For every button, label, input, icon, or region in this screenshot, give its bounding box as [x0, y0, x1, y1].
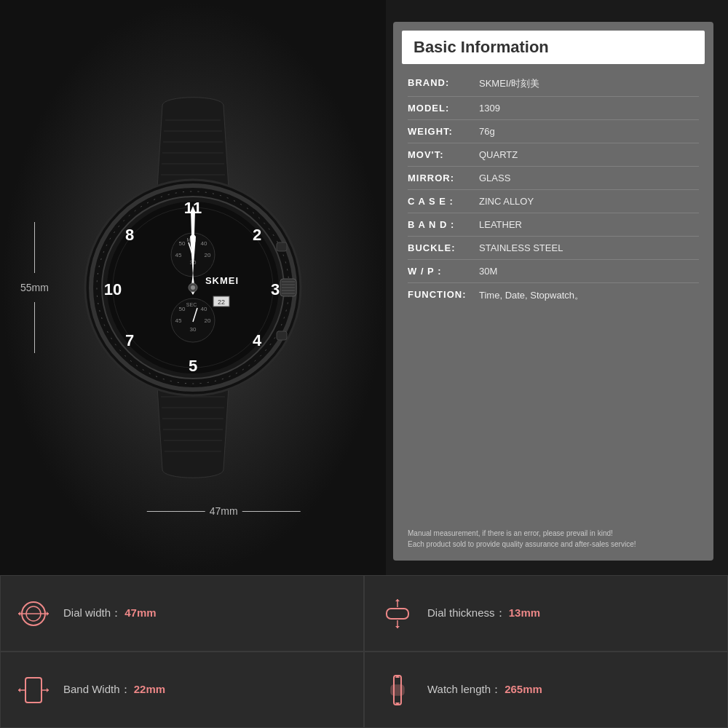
note-line2: Each product sold to provide quality ass…: [408, 539, 699, 550]
info-val: GLASS: [479, 173, 510, 183]
info-key: FUNCTION:: [408, 289, 473, 300]
svg-text:3: 3: [271, 280, 280, 298]
watch-area: 55mm: [0, 0, 386, 575]
svg-marker-65: [47, 612, 49, 616]
svg-text:20: 20: [205, 317, 211, 324]
info-row: MODEL:1309: [408, 97, 699, 120]
svg-text:45: 45: [175, 252, 182, 258]
info-key: WEIGHT:: [408, 126, 473, 137]
svg-text:20: 20: [205, 252, 211, 258]
info-row: MIRROR:GLASS: [408, 167, 699, 190]
spec-row-1: Dial width： 47mm: [0, 575, 728, 652]
dial-thickness-text: Dial thickness： 13mm: [427, 606, 540, 620]
svg-rect-59: [277, 242, 287, 251]
svg-text:10: 10: [104, 280, 122, 298]
dimension-width-label: 47mm: [147, 505, 301, 517]
info-rows: BRAND:SKMEI/时刻美MODEL:1309WEIGHT:76gMOV'T…: [393, 64, 713, 521]
info-card: Basic Information BRAND:SKMEI/时刻美MODEL:1…: [393, 22, 713, 561]
info-title: Basic Information: [414, 38, 549, 56]
info-row: BRAND:SKMEI/时刻美: [408, 71, 699, 97]
watch-svg: 11 2 3 4 5 7 10 8 50 40 20 30 45 MIN: [40, 51, 346, 524]
dial-width-icon: [15, 596, 52, 632]
spec-band-width: Band Width： 22mm: [0, 652, 364, 728]
svg-point-51: [191, 285, 195, 290]
dial-width-label: Dial width：: [63, 606, 122, 619]
dial-thickness-label: Dial thickness：: [427, 606, 506, 619]
svg-text:4: 4: [253, 331, 262, 349]
svg-text:5: 5: [189, 357, 197, 375]
info-row: BUCKLE:STAINLESS STEEL: [408, 237, 699, 260]
info-val: 30M: [479, 266, 497, 277]
info-note: Manual measurement, if there is an error…: [393, 521, 713, 561]
info-val: QUARTZ: [479, 149, 518, 160]
info-val: Time, Date, Stopwatch。: [479, 289, 584, 302]
info-key: B A N D :: [408, 219, 473, 230]
svg-marker-64: [18, 612, 20, 616]
info-row: B A N D :LEATHER: [408, 213, 699, 237]
watch-length-label: Watch length：: [427, 683, 502, 695]
bottom-section: Dial width： 47mm: [0, 575, 728, 728]
info-key: BUCKLE:: [408, 242, 473, 253]
watch-length-icon: [379, 672, 416, 708]
info-val: 76g: [479, 126, 495, 137]
info-row: W / P :30M: [408, 260, 699, 283]
info-key: MIRROR:: [408, 173, 473, 183]
spec-row-2: Band Width： 22mm: [0, 652, 728, 728]
note-line1: Manual measurement, if there is an error…: [408, 528, 699, 539]
svg-text:7: 7: [125, 331, 134, 349]
band-width-value: 22mm: [134, 683, 165, 695]
main-container: 55mm: [0, 0, 728, 728]
svg-marker-68: [395, 599, 400, 601]
svg-text:45: 45: [175, 317, 182, 324]
svg-text:8: 8: [125, 226, 134, 244]
info-row: FUNCTION:Time, Date, Stopwatch。: [408, 283, 699, 308]
dial-width-value: 47mm: [124, 606, 156, 619]
svg-rect-71: [25, 678, 41, 703]
band-width-label: Band Width：: [63, 683, 131, 695]
svg-text:40: 40: [201, 306, 207, 312]
info-val: SKMEI/时刻美: [479, 77, 539, 90]
svg-text:50: 50: [179, 306, 186, 312]
svg-text:50: 50: [179, 240, 186, 247]
svg-text:30: 30: [190, 326, 197, 333]
info-row: MOV'T:QUARTZ: [408, 143, 699, 167]
svg-text:22: 22: [218, 298, 225, 306]
svg-text:SEC: SEC: [186, 302, 197, 307]
watch-length-text: Watch length： 265mm: [427, 683, 542, 697]
band-width-icon: [15, 672, 52, 708]
svg-text:2: 2: [253, 226, 261, 244]
width-value: 47mm: [210, 505, 238, 517]
top-section: 55mm: [0, 0, 728, 575]
spec-watch-length: Watch length： 265mm: [364, 652, 728, 728]
info-row: WEIGHT:76g: [408, 120, 699, 143]
svg-text:SKMEI: SKMEI: [205, 275, 239, 286]
info-row: C A S E :ZINC ALLOY: [408, 190, 699, 213]
svg-rect-60: [277, 331, 287, 340]
watch-length-value: 265mm: [505, 683, 542, 695]
info-val: LEATHER: [479, 219, 522, 230]
info-val: ZINC ALLOY: [479, 196, 534, 207]
spec-dial-width: Dial width： 47mm: [0, 575, 364, 652]
dial-width-text: Dial width： 47mm: [63, 606, 157, 620]
info-key: BRAND:: [408, 77, 473, 88]
svg-marker-73: [18, 688, 20, 692]
svg-text:40: 40: [201, 240, 207, 247]
info-val: 1309: [479, 103, 500, 114]
spec-dial-thickness: Dial thickness： 13mm: [364, 575, 728, 652]
dial-thickness-icon: [379, 596, 416, 632]
info-val: STAINLESS STEEL: [479, 242, 563, 253]
info-key: MODEL:: [408, 103, 473, 114]
info-key: W / P :: [408, 266, 473, 277]
info-title-bar: Basic Information: [402, 31, 705, 64]
svg-rect-80: [391, 685, 404, 695]
dial-thickness-value: 13mm: [509, 606, 540, 619]
svg-marker-75: [47, 688, 49, 692]
info-key: C A S E :: [408, 196, 473, 207]
band-width-text: Band Width： 22mm: [63, 683, 165, 697]
svg-marker-70: [395, 626, 400, 628]
svg-rect-66: [387, 609, 408, 619]
info-key: MOV'T:: [408, 149, 473, 160]
